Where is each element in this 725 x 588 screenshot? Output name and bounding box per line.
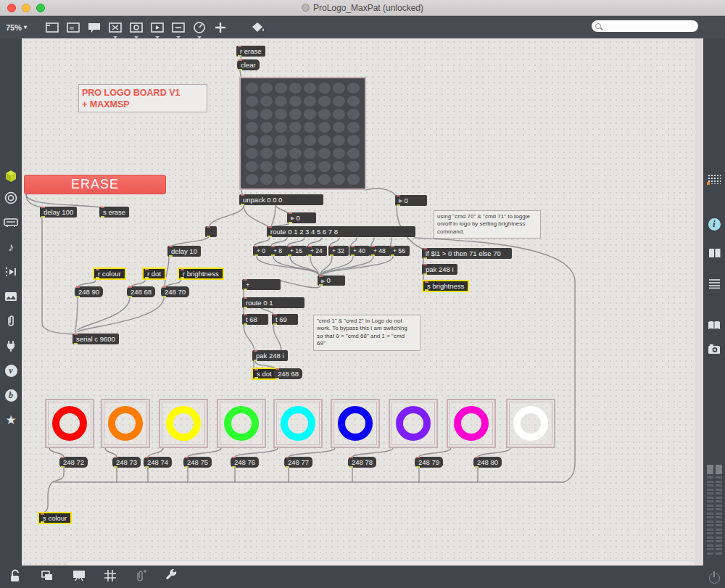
- minimize-button[interactable]: [22, 4, 30, 12]
- object-r-erase[interactable]: r erase: [236, 46, 265, 57]
- object-box-icon[interactable]: [46, 21, 59, 34]
- comment-cmd70[interactable]: using "cmd 70" & "cmd 71" to toggle on/o…: [434, 210, 541, 239]
- object-plus[interactable]: +: [242, 279, 281, 290]
- object-t69[interactable]: t 69: [272, 314, 298, 325]
- led-cell[interactable]: [333, 135, 345, 146]
- object-pak-1[interactable]: pak 248 i: [252, 350, 288, 361]
- object-plus-32[interactable]: + 32: [328, 246, 349, 256]
- object-delay-100[interactable]: delay 100: [40, 207, 77, 218]
- comment-icon[interactable]: [88, 21, 101, 34]
- led-cell[interactable]: [333, 174, 345, 185]
- attach-add-icon[interactable]: [135, 569, 146, 585]
- led-cell[interactable]: [289, 122, 302, 133]
- led-cell[interactable]: [347, 83, 360, 94]
- object-s-erase[interactable]: s erase: [99, 207, 129, 218]
- led-cell[interactable]: [347, 135, 360, 146]
- led-cell[interactable]: [347, 96, 360, 107]
- led-cell[interactable]: [275, 109, 287, 120]
- object-plus-0[interactable]: + 0: [253, 246, 270, 256]
- object-if[interactable]: if $i1 > 0 then 71 else 70: [422, 248, 512, 259]
- message-248-70[interactable]: 248 70: [161, 286, 189, 297]
- led-cell[interactable]: [304, 161, 316, 172]
- message-clear[interactable]: clear: [237, 59, 260, 70]
- zoom-level-select[interactable]: 75% ▾: [6, 23, 27, 32]
- led-cell[interactable]: [275, 148, 287, 159]
- message-248-68b[interactable]: 248 68: [274, 368, 302, 379]
- presentation-icon[interactable]: [72, 570, 86, 584]
- led-cell[interactable]: [260, 122, 273, 133]
- object-r-dot[interactable]: r dot: [142, 268, 166, 280]
- led-cell[interactable]: [275, 161, 287, 172]
- led-cell[interactable]: [304, 83, 316, 94]
- comment-cmd12[interactable]: "cmd 1" & "cmd 2" in Logo do not work. T…: [313, 315, 420, 351]
- led-cell[interactable]: [246, 161, 258, 172]
- hardware-icon[interactable]: [0, 214, 22, 231]
- led-cell[interactable]: [260, 83, 273, 94]
- title-comment[interactable]: PRO LOGO BOARD V1 + MAXMSP: [78, 84, 207, 112]
- led-cell[interactable]: [333, 96, 345, 107]
- led-cell[interactable]: [260, 174, 273, 185]
- close-button[interactable]: [7, 4, 16, 12]
- number-box-a[interactable]: ▶0: [287, 212, 316, 223]
- led-cell[interactable]: [304, 96, 316, 107]
- led-cell[interactable]: [289, 109, 302, 120]
- led-cell[interactable]: [347, 122, 360, 133]
- wrench-icon[interactable]: [165, 569, 178, 585]
- colour-button-blue[interactable]: [331, 399, 380, 448]
- led-cell[interactable]: [246, 83, 258, 94]
- cube-icon[interactable]: [0, 167, 22, 185]
- led-cell[interactable]: [304, 174, 316, 185]
- object-delay-10[interactable]: delay 10: [167, 246, 201, 257]
- led-cell[interactable]: [333, 122, 345, 133]
- led-cell[interactable]: [318, 161, 331, 172]
- led-cell[interactable]: [275, 135, 287, 146]
- number-box-icon[interactable]: [172, 21, 185, 34]
- object-pak-2[interactable]: pak 248 i: [422, 264, 457, 275]
- led-cell[interactable]: [289, 96, 302, 107]
- led-cell[interactable]: [318, 96, 331, 107]
- colour-button-red[interactable]: [45, 399, 94, 448]
- message-248-75[interactable]: 248 75: [183, 457, 212, 468]
- led-cell[interactable]: [318, 83, 331, 94]
- message-248-68[interactable]: 248 68: [127, 286, 155, 297]
- object-plus-16[interactable]: + 16: [286, 246, 307, 256]
- message-248-80[interactable]: 248 80: [473, 457, 502, 468]
- led-cell[interactable]: [275, 96, 287, 107]
- object-r-brightness[interactable]: r brightness: [178, 268, 224, 280]
- led-cell[interactable]: [318, 135, 331, 146]
- led-cell[interactable]: [347, 174, 360, 185]
- paint-bucket-icon[interactable]: [251, 21, 264, 34]
- led-cell[interactable]: [246, 148, 258, 159]
- led-cell[interactable]: [289, 174, 302, 185]
- led-cell[interactable]: [347, 161, 360, 172]
- led-cell[interactable]: [260, 96, 273, 107]
- button-icon[interactable]: [130, 21, 143, 34]
- search-field[interactable]: [592, 20, 698, 32]
- object-route-01[interactable]: route 0 1: [242, 297, 304, 308]
- object-plus-8[interactable]: + 8: [270, 246, 287, 256]
- number-box-b[interactable]: ▶0: [395, 195, 427, 206]
- search-input[interactable]: [603, 22, 690, 30]
- led-cell[interactable]: [275, 83, 287, 94]
- snapshot-camera-icon[interactable]: [703, 340, 725, 357]
- led-cell[interactable]: [260, 148, 273, 159]
- small-object-box[interactable]: [205, 226, 217, 237]
- plug-icon[interactable]: [0, 337, 22, 355]
- led-cell[interactable]: [318, 109, 331, 120]
- led-matrix[interactable]: [239, 77, 366, 190]
- message-248-77[interactable]: 248 77: [284, 457, 312, 468]
- led-cell[interactable]: [318, 148, 331, 159]
- message-248-90[interactable]: 248 90: [75, 286, 103, 297]
- dial-icon[interactable]: [193, 21, 206, 34]
- led-cell[interactable]: [289, 148, 302, 159]
- bring-front-icon[interactable]: [41, 570, 54, 584]
- message-248-74[interactable]: 248 74: [144, 457, 172, 468]
- object-s-colour[interactable]: s colour: [38, 512, 72, 524]
- led-cell[interactable]: [275, 122, 287, 133]
- led-cell[interactable]: [246, 109, 258, 120]
- grid-icon[interactable]: [104, 570, 116, 584]
- led-cell[interactable]: [318, 122, 331, 133]
- vizzie-icon[interactable]: v: [0, 362, 22, 379]
- list-view-icon[interactable]: [703, 275, 725, 292]
- colour-button-magenta[interactable]: [447, 399, 496, 448]
